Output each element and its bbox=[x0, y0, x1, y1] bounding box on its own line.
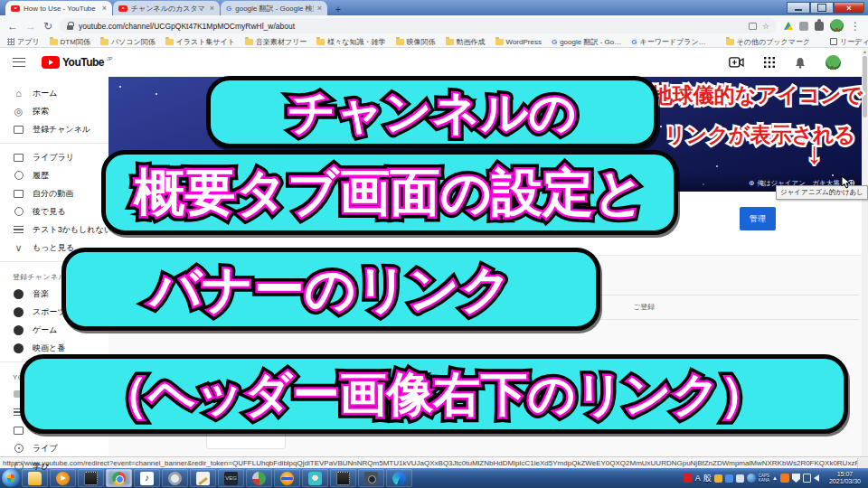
sidebar-item-home[interactable]: ⌂ホーム bbox=[0, 84, 108, 102]
youtube-logo[interactable]: YouTube JP bbox=[42, 56, 112, 69]
address-bar[interactable]: youtube.com/channel/UCGpQKt47K1MpMOCmyRw… bbox=[60, 18, 777, 33]
page-scrollbar[interactable]: ▲ bbox=[862, 48, 868, 456]
sidebar-item-watch-later[interactable]: 後で見る bbox=[0, 202, 108, 221]
tray-blue-icon[interactable] bbox=[747, 474, 756, 483]
tab-close-icon[interactable]: × bbox=[102, 5, 107, 13]
taskbar-music-app[interactable]: ♪ bbox=[134, 469, 160, 487]
grey-extension-icon[interactable] bbox=[799, 22, 808, 31]
sidebar-item-learning[interactable]: 学び bbox=[0, 457, 108, 475]
tray-shield-icon[interactable] bbox=[792, 474, 800, 483]
taskbar-edge[interactable] bbox=[386, 469, 412, 487]
sidebar-item-my-videos[interactable]: 自分の動画 bbox=[0, 184, 108, 202]
bookmark-label: google 翻訳 - Go… bbox=[560, 37, 621, 47]
bookmark-apps[interactable]: アプリ bbox=[7, 37, 40, 47]
create-video-icon[interactable] bbox=[729, 57, 744, 68]
taskbar-audio-app[interactable] bbox=[274, 469, 300, 487]
taskbar-paint-app[interactable] bbox=[190, 469, 216, 487]
lock-icon bbox=[67, 25, 73, 30]
youtube-header-actions bbox=[729, 55, 841, 70]
other-bookmarks[interactable]: その他のブックマーク bbox=[726, 37, 811, 47]
bookmark-folder[interactable]: DTM関係 bbox=[50, 37, 90, 47]
taskbar-vocaloid-app[interactable] bbox=[302, 469, 328, 487]
bookmark-label: リーディング リスト bbox=[840, 37, 868, 47]
hamburger-menu-icon[interactable] bbox=[13, 58, 25, 67]
reading-list[interactable]: リーディング リスト bbox=[830, 37, 868, 47]
address-url[interactable]: youtube.com/channel/UCGpQKt47K1MpMOCmyRw… bbox=[79, 22, 743, 31]
tray-icon[interactable] bbox=[714, 474, 722, 483]
new-tab-button[interactable]: + bbox=[332, 3, 344, 15]
tray-icon[interactable] bbox=[736, 474, 744, 483]
taskbar-utility-app[interactable] bbox=[246, 469, 272, 487]
status-url: https://www.youtube.com/redirect?event=c… bbox=[3, 459, 857, 467]
notifications-bell-icon[interactable] bbox=[795, 57, 806, 69]
back-icon[interactable]: ← bbox=[7, 21, 18, 32]
sidebar-item-explore[interactable]: ◎探索 bbox=[0, 102, 108, 120]
tab-channel-customize[interactable]: チャンネルのカスタマイズ - Yo × bbox=[113, 1, 220, 15]
tab-title: How to Use - YouTube bbox=[24, 5, 99, 13]
browser-toolbar: ← → ↻ youtube.com/channel/UCGpQKt47K1MpM… bbox=[0, 15, 868, 36]
tab-close-icon[interactable]: × bbox=[317, 5, 322, 13]
ime-red-icon[interactable] bbox=[684, 474, 693, 483]
sidebar-item-playlist-test3[interactable]: テスト3かもしれない… bbox=[0, 221, 108, 239]
sidebar-item-history[interactable]: 履歴 bbox=[0, 166, 108, 184]
manage-videos-button[interactable]: 管理 bbox=[740, 207, 776, 230]
bookmark-folder[interactable]: イラスト集サイト bbox=[165, 37, 235, 47]
sidebar-item-live[interactable]: ライブ bbox=[0, 439, 108, 457]
bookmark-star-icon[interactable]: ☆ bbox=[762, 22, 769, 31]
taskbar-clock[interactable]: 15:07 2021/03/30 bbox=[824, 471, 866, 485]
bookmark-folder[interactable]: 様々な知識・雑学 bbox=[316, 37, 385, 47]
bookmark-folder[interactable]: 映像関係 bbox=[396, 37, 436, 47]
bookmark-link[interactable]: Gキーワードプラン… bbox=[631, 37, 705, 47]
close-button[interactable]: × bbox=[834, 2, 864, 14]
tab-how-to-use[interactable]: How to Use - YouTube × bbox=[5, 1, 112, 15]
apps-grid-icon[interactable] bbox=[764, 57, 775, 68]
channel-avatar[interactable] bbox=[826, 55, 841, 70]
forward-icon[interactable]: → bbox=[25, 21, 36, 32]
bookmark-link[interactable]: Ggoogle 翻訳 - Go… bbox=[552, 37, 621, 47]
my-videos-icon bbox=[13, 190, 24, 198]
taskbar-video-app-2[interactable] bbox=[330, 469, 356, 487]
tray-expand-icon[interactable]: ▲ bbox=[772, 475, 778, 481]
sidebar-item-library[interactable]: ライブラリ bbox=[0, 148, 108, 166]
camera-icon bbox=[364, 472, 378, 485]
taskbar-capture-app[interactable] bbox=[358, 469, 384, 487]
tab-google-translate[interactable]: G google 翻訳 - Google 検索 × bbox=[221, 1, 327, 15]
scroll-up-icon[interactable]: ▲ bbox=[862, 48, 868, 55]
wordart-text: 概要タブ画面の設定と bbox=[134, 167, 645, 218]
browser-window: How to Use - YouTube × チャンネルのカスタマイズ - Yo… bbox=[0, 0, 868, 488]
volume-speaker-icon[interactable] bbox=[814, 474, 819, 482]
extensions-puzzle-icon[interactable] bbox=[815, 22, 824, 31]
drive-extension-icon[interactable] bbox=[784, 22, 793, 30]
bookmark-folder[interactable]: パソコン関係 bbox=[100, 37, 156, 47]
profile-avatar[interactable] bbox=[830, 19, 844, 33]
save-media-icon[interactable] bbox=[749, 23, 757, 30]
bookmark-folder[interactable]: WordPress bbox=[495, 38, 542, 46]
maximize-button[interactable] bbox=[810, 2, 834, 14]
taskbar-vegas[interactable]: VEG bbox=[218, 469, 244, 487]
taskbar-aviutl[interactable] bbox=[162, 469, 188, 487]
reading-list-icon bbox=[830, 38, 837, 45]
ime-mode-general[interactable]: 般 bbox=[703, 473, 712, 484]
tray-orange-icon[interactable] bbox=[780, 474, 789, 483]
folder-icon bbox=[446, 39, 454, 45]
overlay-title-line-4: （ヘッダー画像右下のリンク）（ヘッダー画像右下のリンク）（ヘッダー画像右下のリン… bbox=[20, 354, 848, 434]
tray-icon[interactable] bbox=[725, 474, 733, 483]
sidebar-item-subscriptions[interactable]: 登録チャンネル bbox=[0, 120, 108, 138]
bookmark-label: DTM関係 bbox=[61, 37, 90, 47]
sidebar-label: もっと見る bbox=[33, 242, 74, 254]
browser-menu-icon[interactable]: ⋮ bbox=[850, 21, 861, 32]
note-text: 地球儀的なアイコンで bbox=[652, 83, 863, 107]
refresh-icon[interactable]: ↻ bbox=[43, 21, 52, 32]
music-note-icon: ♪ bbox=[140, 472, 154, 485]
scrollbar-thumb[interactable] bbox=[863, 56, 867, 117]
taskbar-chrome[interactable] bbox=[106, 469, 132, 487]
tab-close-icon[interactable]: × bbox=[210, 5, 214, 13]
banner-stars bbox=[119, 86, 121, 88]
tray-clipboard-icon[interactable] bbox=[803, 474, 811, 483]
windows-flag-icon bbox=[6, 474, 14, 482]
bookmark-folder[interactable]: 音楽素材フリー bbox=[245, 37, 307, 47]
ime-mode-alpha[interactable]: A bbox=[695, 474, 701, 483]
bookmark-folder[interactable]: 動画作成 bbox=[446, 37, 486, 47]
minimize-button[interactable] bbox=[787, 2, 810, 14]
subscriptions-icon bbox=[13, 126, 24, 134]
